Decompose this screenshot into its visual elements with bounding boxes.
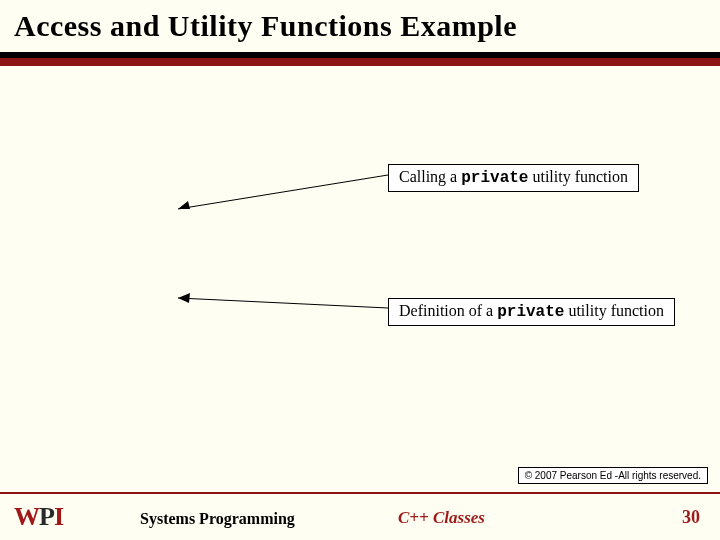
title-underline <box>0 58 720 66</box>
slide-title: Access and Utility Functions Example <box>14 9 517 43</box>
footer-course: Systems Programming <box>140 510 295 528</box>
arrow-calling <box>170 175 390 215</box>
callout-text-prefix: Calling a <box>399 168 461 185</box>
svg-line-2 <box>178 298 388 308</box>
title-band: Access and Utility Functions Example <box>0 0 720 58</box>
svg-line-0 <box>178 175 388 209</box>
callout-calling-private: Calling a private utility function <box>388 164 639 192</box>
logo-letter-w: W <box>14 502 39 532</box>
footer-topic: C++ Classes <box>398 508 485 528</box>
copyright: © 2007 Pearson Ed -All rights reserved. <box>518 467 708 484</box>
logo-letter-p: P <box>39 502 54 532</box>
wpi-logo: WPI <box>14 502 63 532</box>
page-number: 30 <box>682 507 700 528</box>
logo-letter-i: I <box>54 502 63 532</box>
keyword-private: private <box>461 169 528 187</box>
svg-marker-3 <box>178 293 190 303</box>
callout-text-prefix: Definition of a <box>399 302 497 319</box>
svg-marker-1 <box>178 201 190 209</box>
callout-text-suffix: utility function <box>564 302 664 319</box>
arrow-definition <box>170 290 390 320</box>
keyword-private: private <box>497 303 564 321</box>
slide: Access and Utility Functions Example Cal… <box>0 0 720 540</box>
footer: WPI Systems Programming C++ Classes 30 <box>0 494 720 540</box>
callout-text-suffix: utility function <box>528 168 628 185</box>
callout-definition-private: Definition of a private utility function <box>388 298 675 326</box>
